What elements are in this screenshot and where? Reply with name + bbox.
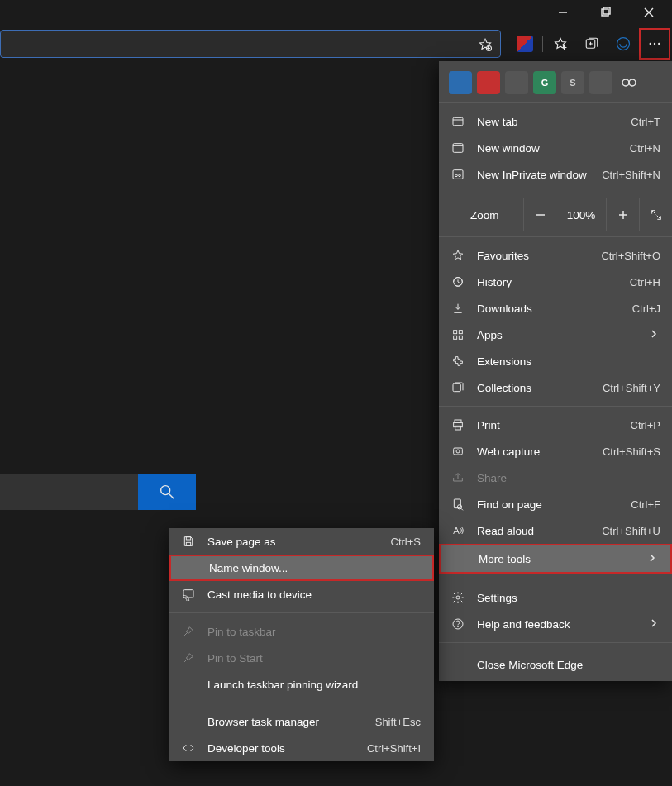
menu-label: New InPrivate window [477,169,590,181]
favourite-star-icon[interactable] [475,35,495,55]
menu-label: Downloads [477,302,621,315]
menu-new-tab[interactable]: New tab Ctrl+T [439,108,672,135]
menu-label: Share [477,472,660,484]
window-minimize-button[interactable] [551,3,574,21]
svg-point-27 [459,174,461,177]
submenu-cast[interactable]: Cast media to device [169,581,434,607]
svg-point-17 [161,486,170,495]
svg-rect-36 [454,336,457,339]
svg-line-31 [651,211,655,215]
menu-collections[interactable]: Collections Ctrl+Shift+Y [439,374,672,401]
favourites-button-icon[interactable] [545,28,576,60]
submenu-shortcut: Ctrl+Shift+I [367,742,421,755]
menu-shortcut: Ctrl+J [632,302,660,315]
menu-more-tools[interactable]: More tools [439,544,672,574]
menu-apps[interactable]: Apps [439,322,672,348]
menu-label: More tools [479,553,636,565]
page-search-button[interactable] [138,474,196,510]
download-icon [450,302,465,315]
menu-history[interactable]: History Ctrl+H [439,269,672,295]
cast-icon [181,588,196,601]
new-window-icon [450,141,465,155]
svg-rect-23 [453,144,463,153]
menu-settings[interactable]: Settings [439,584,672,611]
settings-and-more-menu: G S New tab Ctrl+T New window Ctrl+N New… [439,61,672,681]
submenu-name-window[interactable]: Name window... [169,555,434,581]
read-aloud-icon [450,524,465,537]
menu-shortcut: Ctrl+P [631,419,660,431]
devtools-icon [181,741,196,755]
browser-toolbar [0,26,672,61]
submenu-label: Launch taskbar pinning wizard [207,679,421,691]
profile-icon[interactable] [509,28,541,60]
menu-extensions[interactable]: Extensions [439,348,672,374]
extension-pill-icon[interactable] [608,28,639,60]
submenu-label: Developer tools [207,742,355,755]
collections-button-icon[interactable] [576,28,608,60]
menu-web-capture[interactable]: Web capture Ctrl+Shift+S [439,438,672,464]
menu-shortcut: Ctrl+F [631,498,660,511]
menu-shortcut: Ctrl+T [631,116,660,128]
svg-point-13 [617,38,630,50]
menu-label: Apps [477,329,637,341]
svg-point-47 [456,596,460,599]
menu-label: Favourites [477,250,589,262]
star-icon [450,249,465,262]
menu-separator [439,193,672,193]
submenu-launch-wizard[interactable]: Launch taskbar pinning wizard [169,671,434,698]
ext-icon-2[interactable] [477,71,500,94]
submenu-task-manager[interactable]: Browser task manager Shift+Esc [169,708,434,735]
zoom-value: 100% [556,209,606,222]
menu-label: Collections [477,382,591,394]
ext-icon-ublock[interactable] [589,71,612,94]
submenu-developer-tools[interactable]: Developer tools Ctrl+Shift+I [169,735,434,761]
ext-icon-3[interactable] [505,71,528,94]
collections-icon [450,381,465,394]
submenu-separator [169,703,434,703]
ext-icon-1[interactable] [449,71,472,94]
menu-new-inprivate[interactable]: New InPrivate window Ctrl+Shift+N [439,161,672,188]
submenu-label: Cast media to device [207,588,421,601]
menu-read-aloud[interactable]: Read aloud Ctrl+Shift+U [439,517,672,544]
menu-shortcut: Ctrl+H [630,276,660,288]
svg-rect-34 [454,331,457,334]
svg-rect-37 [459,336,462,339]
menu-share: Share [439,464,672,491]
window-close-button[interactable] [637,3,660,21]
menu-downloads[interactable]: Downloads Ctrl+J [439,295,672,322]
zoom-out-button[interactable] [523,198,556,231]
ext-icon-eyes[interactable] [617,71,641,94]
zoom-in-button[interactable] [606,198,639,231]
menu-favourites[interactable]: Favourites Ctrl+Shift+O [439,242,672,269]
capture-icon [450,445,465,458]
submenu-label: Name window... [209,562,419,574]
svg-rect-38 [453,383,460,391]
ext-icon-grammarly[interactable]: G [533,71,556,94]
menu-new-window[interactable]: New window Ctrl+N [439,135,672,161]
page-search-input[interactable] [0,474,138,510]
menu-label: Web capture [477,445,591,458]
share-icon [450,471,465,484]
submenu-label: Pin to Start [207,652,421,665]
menu-close-edge[interactable]: Close Microsoft Edge [439,648,672,681]
menu-help[interactable]: Help and feedback [439,611,672,637]
address-bar[interactable] [0,30,501,58]
fullscreen-button[interactable] [639,198,672,231]
menu-shortcut: Ctrl+Shift+U [602,525,660,537]
menu-separator [439,406,672,407]
history-icon [450,275,465,288]
menu-find-on-page[interactable]: Find on page Ctrl+F [439,491,672,517]
more-options-button[interactable] [639,28,670,60]
menu-print[interactable]: Print Ctrl+P [439,412,672,438]
svg-rect-52 [183,590,193,598]
menu-shortcut: Ctrl+N [630,142,660,155]
svg-point-19 [622,79,629,86]
submenu-save-page[interactable]: Save page as Ctrl+S [169,528,434,555]
submenu-label: Save page as [207,536,379,548]
window-maximize-button[interactable] [594,3,617,21]
svg-point-20 [629,79,636,86]
submenu-separator [169,612,434,613]
submenu-pin-start: Pin to Start [169,645,434,671]
ext-icon-s[interactable]: S [561,71,584,94]
menu-separator [439,579,672,579]
